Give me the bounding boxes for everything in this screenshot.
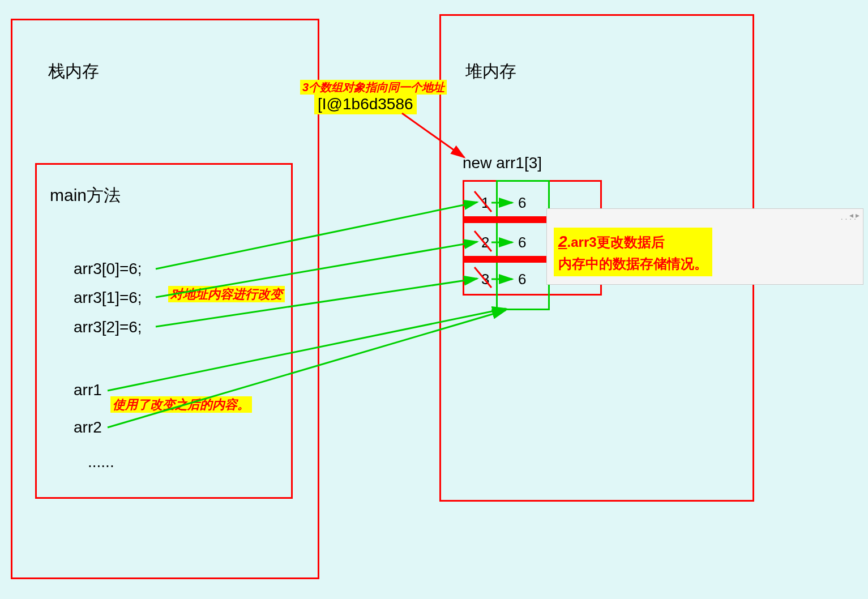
annotation-change-content: 对地址内容进行改变 — [168, 286, 285, 303]
scroll-arrow-icon[interactable]: ◂ ▸ — [849, 211, 860, 220]
code-line-arr3-2: arr3[2]=6; — [74, 318, 142, 336]
cell-old-1: 2 — [481, 234, 489, 251]
cell-new-0: 6 — [518, 194, 526, 212]
cell-new-1: 6 — [518, 234, 526, 251]
cell-old-0: 1 — [481, 194, 489, 212]
address-value: [I@1b6d3586 — [314, 94, 417, 114]
code-line-arr3-1: arr3[1]=6; — [74, 289, 142, 307]
code-line-arr3-0: arr3[0]=6; — [74, 260, 142, 278]
code-line-arr2: arr2 — [74, 418, 102, 437]
code-line-arr1: arr1 — [74, 381, 102, 399]
code-line-ellipsis: ...... — [88, 453, 114, 471]
tooltip-annotation: 2.arr3更改数据后 内存中的数据存储情况。 — [554, 228, 712, 276]
cell-new-2: 6 — [518, 271, 526, 288]
heap-array-decl: new arr1[3] — [463, 154, 542, 172]
stack-title: 栈内存 — [48, 60, 99, 83]
cell-old-2: 3 — [481, 271, 489, 288]
main-method-title: main方法 — [50, 184, 121, 207]
heap-title: 堆内存 — [465, 60, 516, 83]
annotation-use-changed: 使用了改变之后的内容。 — [110, 396, 252, 413]
annotation-address: 3个数组对象指向同一个地址 — [300, 80, 447, 95]
